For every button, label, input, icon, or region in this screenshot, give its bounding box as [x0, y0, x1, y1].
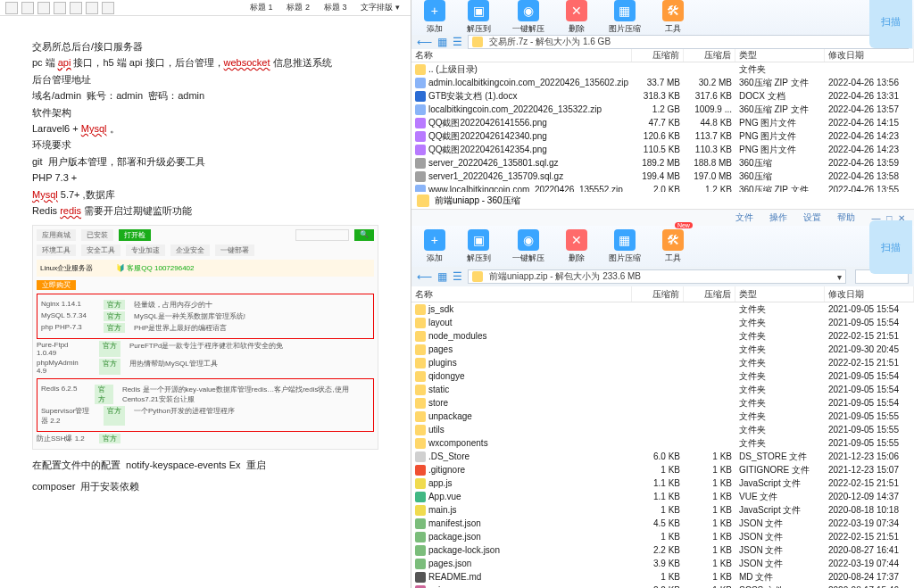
toolbar-btn[interactable] — [5, 2, 18, 14]
tool-oneclick[interactable]: ◉一键解压 — [512, 229, 544, 264]
file-row[interactable]: unpackage文件夹2021-09-05 15:55 — [411, 410, 914, 423]
file-row[interactable]: uni.scss2.0 KB1 KBSCSS 文件2020-08-17 15:4… — [411, 584, 914, 588]
menu-help[interactable]: 帮助 — [837, 211, 855, 224]
list-icon[interactable]: ☰ — [453, 36, 462, 48]
word-document-pane: 标题 1 标题 2 标题 3 文字排版 ▾ 交易所总后台/接口服务器pc 端 a… — [0, 0, 411, 588]
file-row[interactable]: localbitkingcoin.com_20220426_135322.zip… — [411, 103, 914, 116]
tool-oneclick[interactable]: ◉一键解压 — [512, 0, 544, 35]
document-body[interactable]: 交易所总后台/接口服务器pc 端 api 接口，h5 端 api 接口，后台管理… — [0, 16, 411, 588]
header-date[interactable]: 修改日期 — [825, 286, 914, 302]
size-post — [684, 302, 735, 316]
file-row[interactable]: static文件夹2021-09-05 15:54 — [411, 383, 914, 396]
file-list-bottom[interactable]: js_sdk文件夹2021-09-05 15:54layout文件夹2021-0… — [411, 302, 914, 588]
file-row[interactable]: server1_20220426_135709.sql.gz199.4 MB19… — [411, 170, 914, 183]
path-text: 前端uniapp.zip - 解包大小为 233.6 MB — [489, 270, 641, 283]
tool-add[interactable]: +添加 — [424, 0, 445, 35]
file-row[interactable]: package-lock.json2.2 KB1 KBJSON 文件2020-0… — [411, 543, 914, 557]
file-row[interactable]: package.json1 KB1 KBJSON 文件2022-02-15 21… — [411, 530, 914, 543]
file-row[interactable]: store文件夹2021-09-05 15:54 — [411, 396, 914, 410]
scan-badge[interactable]: 扫描 — [869, 220, 912, 274]
toolbar-btn[interactable] — [102, 2, 114, 14]
file-row[interactable]: utils文件夹2021-09-05 15:55 — [411, 423, 914, 436]
file-date: 2021-09-05 15:54 — [825, 383, 914, 396]
scan-badge[interactable]: 扫描 — [869, 0, 912, 48]
file-row[interactable]: QQ截图20220426141556.png47.7 KB44.8 KBPNG … — [411, 116, 914, 129]
style-heading3[interactable]: 标题 3 — [319, 2, 353, 13]
header-post[interactable]: 压缩后 — [684, 49, 735, 62]
tool-delete[interactable]: ✕删除 — [566, 229, 587, 264]
file-row[interactable]: QQ截图20220426142354.png110.5 KB110.3 KBPN… — [411, 143, 914, 156]
menu-settings[interactable]: 设置 — [803, 211, 821, 224]
tool-add[interactable]: +添加 — [424, 229, 445, 264]
file-type: 文件夹 — [735, 316, 825, 329]
size-post: 1 KB — [684, 543, 735, 557]
header-post[interactable]: 压缩后 — [684, 286, 735, 302]
file-row[interactable]: .DS_Store6.0 KB1 KBDS_STORE 文件2021-12-23… — [411, 450, 914, 463]
file-date: 2020-08-17 15:46 — [825, 584, 914, 588]
file-name: pages.json — [428, 559, 471, 568]
tool-delete[interactable]: ✕删除 — [566, 0, 587, 35]
toolbar-btn[interactable] — [70, 2, 82, 14]
file-row[interactable]: node_modules文件夹2022-02-15 21:51 — [411, 329, 914, 343]
size-pre: 120.6 KB — [632, 129, 684, 143]
file-type: JavaScript 文件 — [735, 476, 825, 490]
file-type: PNG 图片文件 — [735, 129, 825, 143]
toolbar-btn[interactable] — [21, 2, 34, 14]
toolbar-btn[interactable] — [86, 2, 98, 14]
file-row[interactable]: layout文件夹2021-09-05 15:54 — [411, 316, 914, 329]
file-row[interactable]: js_sdk文件夹2021-09-05 15:54 — [411, 302, 914, 316]
path-input[interactable]: 前端uniapp.zip - 解包大小为 233.6 MB ▾ — [468, 269, 846, 284]
delete-icon: ✕ — [566, 0, 587, 21]
style-heading1[interactable]: 标题 1 — [245, 2, 278, 13]
file-row[interactable]: App.vue1.1 KB1 KBVUE 文件2020-12-09 14:37 — [411, 490, 914, 503]
header-pre[interactable]: 压缩前 — [632, 286, 684, 302]
toolbar-btn[interactable] — [37, 2, 50, 14]
file-icon — [415, 425, 426, 435]
file-row[interactable]: wxcomponents文件夹2021-09-05 15:55 — [411, 436, 914, 450]
menu-file[interactable]: 文件 — [735, 211, 753, 224]
header-name[interactable]: 名称 — [411, 286, 632, 302]
file-row[interactable]: GTB安装文档 (1).docx318.3 KB317.6 KBDOCX 文档2… — [411, 89, 914, 103]
toolbar-btn[interactable] — [54, 2, 66, 14]
file-row[interactable]: plugins文件夹2022-02-15 21:51 — [411, 356, 914, 369]
file-row[interactable]: server_20220426_135801.sql.gz189.2 MB188… — [411, 156, 914, 170]
size-pre: 3.9 KB — [632, 557, 684, 570]
grid-icon[interactable]: ▦ — [437, 36, 447, 48]
tool-piccomp[interactable]: ▦图片压缩 — [609, 229, 641, 264]
tool-extract[interactable]: ▣解压到 — [467, 0, 491, 35]
tool-piccomp[interactable]: ▦图片压缩 — [609, 0, 641, 35]
tool-toolbox[interactable]: 🛠工具 — [662, 229, 684, 264]
file-row[interactable]: QQ截图20220426142340.png120.6 KB113.7 KBPN… — [411, 129, 914, 143]
file-name: .gitignore — [428, 465, 465, 475]
file-row[interactable]: manifest.json4.5 KB1 KBJSON 文件2022-03-19… — [411, 517, 914, 530]
grid-icon[interactable]: ▦ — [437, 270, 447, 283]
file-row[interactable]: pages.json3.9 KB1 KBJSON 文件2022-03-19 07… — [411, 557, 914, 570]
back-icon[interactable]: ⟵ — [417, 270, 432, 283]
tool-toolbox[interactable]: 🛠工具 — [662, 0, 684, 35]
panel-chip: 专业加速 — [126, 244, 165, 256]
file-row[interactable]: main.js1 KB1 KBJavaScript 文件2020-08-18 1… — [411, 503, 914, 517]
header-name[interactable]: 名称 — [411, 49, 632, 62]
file-icon — [415, 585, 426, 589]
header-date[interactable]: 修改日期 — [825, 49, 914, 62]
file-list-top[interactable]: .. (上级目录)文件夹admin.localbitkingcoin.com_2… — [411, 62, 914, 196]
file-row[interactable]: admin.localbitkingcoin.com_20220426_1356… — [411, 76, 914, 89]
list-icon[interactable]: ☰ — [453, 270, 462, 283]
panel-row: Redis 6.2.5官方Redis 是一个开源的key-value数据库管理r… — [41, 385, 370, 404]
style-heading2[interactable]: 标题 2 — [281, 2, 315, 13]
menu-op[interactable]: 操作 — [769, 211, 787, 224]
file-row[interactable]: qidongye文件夹2021-09-05 15:54 — [411, 369, 914, 383]
window-title: 前端uniapp - 360压缩 — [435, 195, 520, 207]
header-type[interactable]: 类型 — [735, 49, 825, 62]
file-row[interactable]: pages文件夹2021-09-30 20:45 — [411, 343, 914, 356]
style-typeset[interactable]: 文字排版 ▾ — [355, 2, 405, 13]
tool-extract[interactable]: ▣解压到 — [467, 229, 491, 264]
file-row[interactable]: app.js1.1 KB1 KBJavaScript 文件2022-02-15 … — [411, 476, 914, 490]
file-row[interactable]: README.md1 KB1 KBMD 文件2020-08-24 17:37 — [411, 570, 914, 584]
header-type[interactable]: 类型 — [735, 286, 825, 302]
back-icon[interactable]: ⟵ — [417, 36, 432, 48]
path-input[interactable]: 交易所.7z - 解包大小为 1.6 GB ▾ — [468, 35, 909, 49]
file-row[interactable]: .gitignore1 KB1 KBGITIGNORE 文件2021-12-23… — [411, 463, 914, 476]
header-pre[interactable]: 压缩前 — [632, 49, 684, 62]
file-row[interactable]: .. (上级目录)文件夹 — [411, 62, 914, 76]
